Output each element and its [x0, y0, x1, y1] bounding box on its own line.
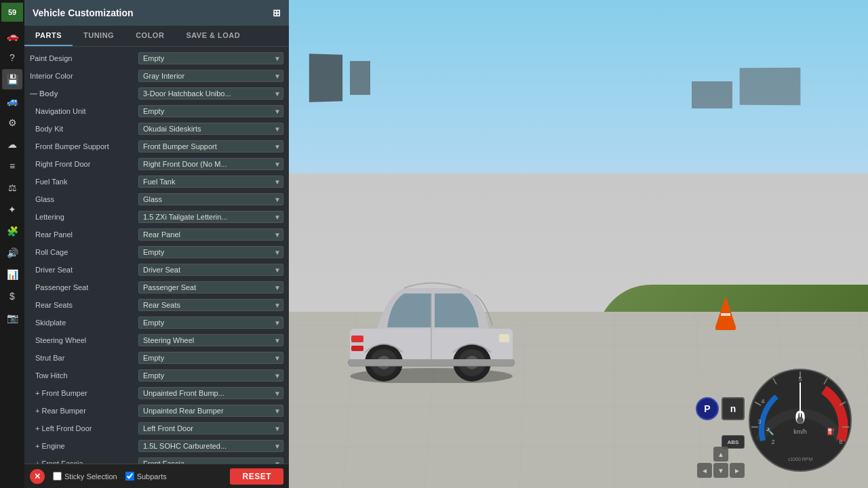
part-select[interactable]: Passenger Seat	[138, 281, 283, 293]
part-select-wrap: Fuel Tank▼	[138, 176, 283, 188]
car-svg	[336, 247, 526, 383]
car-icon-btn[interactable]: 🚗	[2, 26, 22, 46]
part-select[interactable]: Gray Interior	[138, 70, 283, 82]
camera-icon-btn[interactable]: 📷	[2, 308, 22, 328]
tab-save-load[interactable]: SAVE & LOAD	[175, 26, 251, 46]
part-row: Tow HitchEmpty▼	[24, 367, 289, 384]
arrow-pad: ▲ ◄ ▼ ►	[697, 447, 745, 478]
speedometer: 2 3 4 5 6 7 8 0 km/h x1000 RPM ⛽ 🔧	[746, 366, 854, 474]
part-select[interactable]: Steering Wheel	[138, 334, 283, 346]
part-row: SkidplateEmpty▼	[24, 314, 289, 331]
puzzle-icon-btn[interactable]: 🧩	[2, 221, 22, 241]
icon-bar: 59 🚗 ? 💾 🚙 ⚙ ☁ ≡ ⚖ ✦ 🧩 🔊 📊 $ 📷	[0, 0, 24, 488]
parts-list: Paint DesignEmpty▼Interior ColorGray Int…	[24, 47, 289, 464]
part-select[interactable]: 1.5L SOHC Carbureted...	[138, 440, 283, 452]
tab-color[interactable]: COLOR	[125, 26, 175, 46]
part-select-wrap: Rear Seats▼	[138, 299, 283, 311]
list-icon-btn[interactable]: ≡	[2, 156, 22, 176]
part-select-wrap: Unpainted Rear Bumper▼	[138, 405, 283, 417]
part-select-wrap: Left Front Door▼	[138, 422, 283, 434]
svg-text:3: 3	[757, 418, 761, 425]
svg-rect-26	[715, 326, 736, 330]
part-select-wrap: Rear Panel▼	[138, 228, 283, 241]
reset-button[interactable]: RESET	[230, 468, 283, 485]
part-select[interactable]: 1.5 ZXi Tailgate Letterin...	[138, 211, 283, 223]
part-select[interactable]: Rear Panel	[138, 228, 283, 241]
part-select[interactable]: Left Front Door	[138, 422, 283, 434]
part-label: Navigation Unit	[30, 107, 138, 115]
game-view: 2 3 4 5 6 7 8 0 km/h x1000 RPM ⛽ 🔧	[289, 0, 868, 488]
part-select-wrap: Empty▼	[138, 317, 283, 329]
svg-text:7: 7	[847, 398, 850, 405]
subparts-checkbox[interactable]	[125, 472, 134, 481]
part-select[interactable]: Fuel Tank	[138, 176, 283, 188]
part-select-wrap: Empty▼	[138, 52, 283, 64]
part-select-wrap: Okudai Sideskirts▼	[138, 123, 283, 135]
part-select-wrap: Empty▼	[138, 369, 283, 382]
part-label: Rear Seats	[30, 301, 138, 309]
cloud-icon-btn[interactable]: ☁	[2, 134, 22, 155]
svg-text:5: 5	[798, 375, 802, 382]
part-select[interactable]: Glass	[138, 193, 283, 205]
part-select[interactable]: Front Bumper Support	[138, 140, 283, 152]
part-select[interactable]: Empty	[138, 369, 283, 382]
save-icon-btn[interactable]: 💾	[2, 69, 22, 89]
part-label: Right Front Door	[30, 160, 138, 168]
chart-icon-btn[interactable]: 📊	[2, 264, 22, 285]
part-label: Driver Seat	[30, 266, 138, 274]
part-row: Rear PanelRear Panel▼	[24, 226, 289, 243]
tab-parts[interactable]: PARTS	[24, 26, 73, 46]
part-select[interactable]: Empty	[138, 352, 283, 364]
part-label: + Engine	[30, 442, 138, 450]
part-select[interactable]: 3-Door Hatchback Unibo...	[138, 87, 283, 100]
part-label: + Front Bumper	[30, 389, 138, 397]
sticky-selection-wrap[interactable]: Sticky Selection	[53, 472, 117, 481]
background-structure-1	[309, 54, 342, 102]
part-select[interactable]: Unpainted Front Bump...	[138, 387, 283, 399]
part-label: + Left Front Door	[30, 424, 138, 432]
part-select[interactable]: Rear Seats	[138, 299, 283, 311]
part-select-wrap: Glass▼	[138, 193, 283, 205]
tab-tuning[interactable]: TUNING	[73, 26, 125, 46]
part-select[interactable]: Front Fascia	[138, 458, 283, 464]
part-select[interactable]: Okudai Sideskirts	[138, 123, 283, 135]
speaker-icon-btn[interactable]: 🔊	[2, 243, 22, 263]
close-button[interactable]: ✕	[30, 469, 45, 484]
sticky-selection-checkbox[interactable]	[53, 472, 62, 481]
part-label: Rear Panel	[30, 230, 138, 239]
part-select[interactable]: Right Front Door (No M...	[138, 158, 283, 170]
svg-text:🔧: 🔧	[766, 427, 774, 436]
settings-icon-btn[interactable]: ⚙	[2, 113, 22, 133]
part-select[interactable]: Empty	[138, 246, 283, 258]
part-row: Fuel TankFuel Tank▼	[24, 173, 289, 190]
part-label: Paint Design	[30, 54, 138, 62]
part-select[interactable]: Unpainted Rear Bumper	[138, 405, 283, 417]
part-row: Front Bumper SupportFront Bumper Support…	[24, 138, 289, 155]
part-select[interactable]: Empty	[138, 52, 283, 64]
svg-text:x1000 RPM: x1000 RPM	[788, 457, 813, 462]
svg-text:4: 4	[761, 398, 764, 405]
gamepad-icon-btn[interactable]: ✦	[2, 199, 22, 220]
subparts-wrap[interactable]: Subparts	[125, 472, 167, 481]
svg-rect-21	[351, 336, 363, 342]
part-select[interactable]: Empty	[138, 317, 283, 329]
part-label: Passenger Seat	[30, 283, 138, 291]
window-icon[interactable]: ⊞	[273, 7, 281, 18]
part-row: Navigation UnitEmpty▼	[24, 102, 289, 120]
equalizer-icon-btn[interactable]: ⚖	[2, 178, 22, 198]
score-badge: 59	[1, 3, 23, 22]
part-row: GlassGlass▼	[24, 190, 289, 208]
part-select[interactable]: Driver Seat	[138, 264, 283, 276]
vehicle-icon-btn[interactable]: 🚙	[2, 91, 22, 111]
part-row: Rear SeatsRear Seats▼	[24, 296, 289, 314]
part-select[interactable]: Empty	[138, 105, 283, 117]
dollar-icon-btn[interactable]: $	[2, 286, 22, 306]
part-row: Roll CageEmpty▼	[24, 243, 289, 261]
part-select-wrap: Gray Interior▼	[138, 70, 283, 82]
subparts-label: Subparts	[137, 472, 167, 481]
part-select-wrap: Steering Wheel▼	[138, 334, 283, 346]
title-bar: Vehicle Customization ⊞	[24, 0, 289, 26]
part-label: Glass	[30, 195, 138, 203]
question-icon-btn[interactable]: ?	[2, 47, 22, 68]
part-label: Fuel Tank	[30, 178, 138, 186]
